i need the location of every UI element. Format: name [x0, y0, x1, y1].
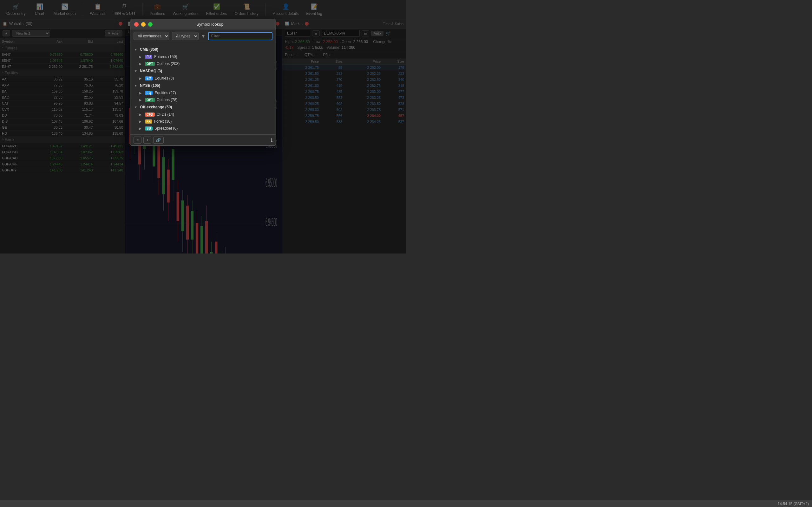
cme-label: CME (358) [140, 47, 158, 52]
sb-label: Spreadbet (6) [154, 126, 177, 130]
modal-overlay: Symbol lookup All exchanges All types ▼ … [0, 0, 406, 253]
nasdaq-children: ▶ EQ Equities (3) [131, 75, 275, 82]
nasdaq-arrow: ▼ [134, 69, 138, 73]
nasdaq-eq-label: Equities (3) [154, 76, 174, 80]
modal-filter-input[interactable] [208, 32, 272, 40]
futures-badge: FU [145, 55, 152, 59]
modal-window-controls [134, 22, 153, 26]
symbol-tree: ▼ CME (358) ▶ FU Futures (150) ▶ OPT Opt… [131, 43, 275, 134]
type-select[interactable]: All types [172, 32, 199, 40]
futures-label: Futures (150) [154, 55, 177, 59]
cfd-arrow: ▶ [139, 113, 143, 116]
modal-add-symbol-btn[interactable]: + [143, 136, 151, 144]
nasdaq-eq-badge: EQ [145, 76, 153, 80]
offexchange-children: ▶ CFD CFDs (14) ▶ FX Forex (30) ▶ SB Spr… [131, 111, 275, 132]
modal-info-btn[interactable]: ℹ [271, 137, 272, 143]
fx-label: Forex (30) [154, 119, 171, 124]
nyse-eq-badge: EQ [145, 91, 153, 95]
nyse-label: NYSE (105) [140, 83, 160, 88]
tree-item-sb[interactable]: ▶ SB Spreadbet (6) [136, 125, 275, 132]
offexchange-arrow: ▼ [134, 106, 138, 109]
cfd-label: CFDs (14) [157, 112, 174, 117]
nasdaq-eq-arrow: ▶ [139, 77, 143, 80]
tree-item-options[interactable]: ▶ OPT Options (208) [136, 60, 275, 67]
cme-arrow: ▼ [134, 48, 138, 51]
modal-close-btn[interactable] [134, 22, 139, 26]
exchange-select[interactable]: All exchanges [134, 32, 169, 40]
tree-item-nyse-eq[interactable]: ▶ EQ Equities (27) [136, 89, 275, 96]
tree-nasdaq[interactable]: ▼ NASDAQ (3) [131, 67, 275, 75]
modal-min-btn[interactable] [141, 22, 146, 26]
futures-expand-arrow: ▶ [139, 55, 143, 59]
modal-footer: ≡ + 🔗 ℹ [131, 134, 275, 146]
options-badge: OPT [145, 62, 155, 66]
tree-item-fx[interactable]: ▶ FX Forex (30) [136, 118, 275, 125]
modal-header: Symbol lookup [131, 19, 275, 30]
nyse-eq-arrow: ▶ [139, 91, 143, 95]
modal-list-view-btn[interactable]: ≡ [134, 136, 142, 144]
tree-nyse[interactable]: ▼ NYSE (105) [131, 82, 275, 89]
modal-footer-left: ≡ + 🔗 [134, 136, 164, 144]
tree-item-nasdaq-eq[interactable]: ▶ EQ Equities (3) [136, 75, 275, 82]
nyse-opt-arrow: ▶ [139, 98, 143, 102]
options-expand-arrow: ▶ [139, 62, 143, 66]
cfd-badge: CFD [145, 112, 155, 117]
tree-item-cfd[interactable]: ▶ CFD CFDs (14) [136, 111, 275, 118]
options-label: Options (208) [157, 61, 180, 66]
fx-badge: FX [145, 119, 152, 124]
nyse-eq-label: Equities (27) [154, 91, 176, 95]
offexchange-label: Off-exchange (50) [140, 105, 172, 109]
tree-item-futures[interactable]: ▶ FU Futures (150) [136, 53, 275, 60]
modal-link-btn[interactable]: 🔗 [153, 136, 164, 144]
nasdaq-label: NASDAQ (3) [140, 69, 162, 73]
cme-children: ▶ FU Futures (150) ▶ OPT Options (208) [131, 53, 275, 67]
modal-controls: All exchanges All types ▼ [131, 30, 275, 43]
modal-max-btn[interactable] [148, 22, 153, 26]
tree-cme[interactable]: ▼ CME (358) [131, 46, 275, 53]
tree-offexchange[interactable]: ▼ Off-exchange (50) [131, 103, 275, 111]
nyse-arrow: ▼ [134, 84, 138, 88]
sb-badge: SB [145, 126, 153, 130]
nyse-opt-badge: OPT [145, 98, 155, 102]
tree-item-nyse-opt[interactable]: ▶ OPT Options (78) [136, 96, 275, 103]
sb-arrow: ▶ [139, 127, 143, 130]
nyse-children: ▶ EQ Equities (27) ▶ OPT Options (78) [131, 89, 275, 103]
modal-title: Symbol lookup [196, 22, 223, 26]
symbol-lookup-modal: Symbol lookup All exchanges All types ▼ … [130, 19, 276, 146]
fx-arrow: ▶ [139, 120, 143, 123]
nyse-opt-label: Options (78) [157, 98, 177, 102]
filter-icon: ▼ [201, 34, 206, 39]
